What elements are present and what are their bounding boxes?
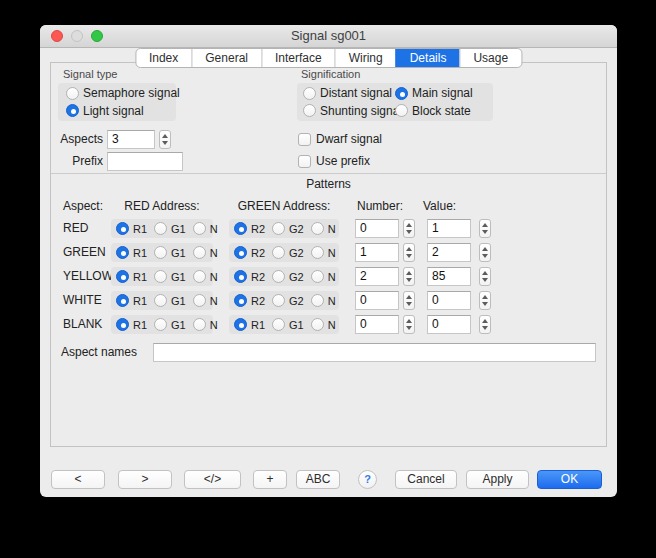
radio-option-r1[interactable]: R1 [234,318,265,331]
radio-icon[interactable] [272,294,285,307]
value-field[interactable]: 2 [427,243,471,262]
radio-icon[interactable] [234,318,247,331]
add-button[interactable]: + [253,470,287,489]
tab-interface[interactable]: Interface [261,49,335,67]
radio-icon[interactable] [311,246,324,259]
radio-option-r1[interactable]: R1 [116,246,147,259]
radio-option-g1[interactable]: G1 [154,246,186,259]
radio-option-r2[interactable]: R2 [234,270,265,283]
radio-option-distant-signal[interactable]: Distant signal [303,86,391,100]
aspects-field[interactable]: 3 [107,130,155,149]
abc-button[interactable]: ABC [296,470,340,489]
radio-icon[interactable] [272,270,285,283]
radio-option-n[interactable]: N [311,270,336,283]
radio-option-g2[interactable]: G2 [272,246,304,259]
radio-option-main-signal[interactable]: Main signal [395,86,487,100]
number-field[interactable]: 1 [355,243,399,262]
radio-option-block-state[interactable]: Block state [395,104,487,118]
number-stepper[interactable] [403,219,415,238]
radio-icon[interactable] [154,246,167,259]
use-prefix-checkbox[interactable] [298,155,311,168]
radio-option-g1[interactable]: G1 [154,294,186,307]
radio-option-g2[interactable]: G2 [272,270,304,283]
radio-option-r1[interactable]: R1 [116,222,147,235]
radio-icon[interactable] [193,294,206,307]
radio-icon[interactable] [234,246,247,259]
aspect-names-field[interactable] [153,343,596,362]
radio-option-n[interactable]: N [311,294,336,307]
value-stepper[interactable] [479,315,491,334]
tab-wiring[interactable]: Wiring [335,49,396,67]
aspects-stepper[interactable] [159,130,171,149]
radio-option-n[interactable]: N [193,270,218,283]
prefix-field[interactable] [107,152,183,171]
radio-icon[interactable] [311,294,324,307]
radio-option-r1[interactable]: R1 [116,270,147,283]
radio-option-n[interactable]: N [193,294,218,307]
help-button[interactable]: ? [358,470,377,489]
radio-icon[interactable] [116,318,129,331]
radio-icon[interactable] [193,318,206,331]
radio-option-light-signal[interactable]: Light signal [66,104,168,118]
radio-option-g1[interactable]: G1 [154,222,186,235]
radio-option-n[interactable]: N [311,246,336,259]
value-stepper[interactable] [479,291,491,310]
value-field[interactable]: 0 [427,291,471,310]
radio-icon[interactable] [154,294,167,307]
radio-icon[interactable] [116,294,129,307]
radio-icon[interactable] [272,222,285,235]
ok-button[interactable]: OK [537,470,602,489]
number-stepper[interactable] [403,243,415,262]
apply-button[interactable]: Apply [466,470,529,489]
use-prefix-option[interactable]: Use prefix [298,154,370,168]
radio-option-n[interactable]: N [311,318,336,331]
radio-option-n[interactable]: N [193,318,218,331]
radio-icon[interactable] [234,294,247,307]
radio-option-r2[interactable]: R2 [234,222,265,235]
dwarf-signal-checkbox[interactable] [298,133,311,146]
radio-option-g1[interactable]: G1 [154,318,186,331]
number-stepper[interactable] [403,315,415,334]
radio-icon[interactable] [154,222,167,235]
tab-general[interactable]: General [191,49,261,67]
radio-icon[interactable] [193,270,206,283]
radio-icon[interactable] [66,104,79,117]
radio-icon[interactable] [311,222,324,235]
number-stepper[interactable] [403,291,415,310]
radio-icon[interactable] [234,270,247,283]
radio-icon[interactable] [116,270,129,283]
radio-icon[interactable] [154,270,167,283]
number-field[interactable]: 0 [355,219,399,238]
radio-icon[interactable] [272,318,285,331]
number-field[interactable]: 2 [355,267,399,286]
radio-option-r1[interactable]: R1 [116,294,147,307]
tab-usage[interactable]: Usage [459,49,521,67]
radio-icon[interactable] [303,87,316,100]
radio-icon[interactable] [66,87,79,100]
radio-option-r2[interactable]: R2 [234,294,265,307]
radio-icon[interactable] [193,246,206,259]
nav-prev-button[interactable]: < [51,470,105,489]
radio-icon[interactable] [311,318,324,331]
radio-option-g2[interactable]: G2 [272,222,304,235]
radio-icon[interactable] [234,222,247,235]
value-stepper[interactable] [479,219,491,238]
radio-option-g1[interactable]: G1 [154,270,186,283]
value-field[interactable]: 0 [427,315,471,334]
radio-option-n[interactable]: N [193,222,218,235]
number-stepper[interactable] [403,267,415,286]
tab-details[interactable]: Details [396,49,460,67]
radio-icon[interactable] [311,270,324,283]
radio-icon[interactable] [193,222,206,235]
number-field[interactable]: 0 [355,291,399,310]
radio-option-semaphore-signal[interactable]: Semaphore signal [66,86,168,100]
number-field[interactable]: 0 [355,315,399,334]
radio-icon[interactable] [395,104,408,117]
radio-option-n[interactable]: N [311,222,336,235]
value-stepper[interactable] [479,243,491,262]
radio-icon[interactable] [116,246,129,259]
dwarf-signal-option[interactable]: Dwarf signal [298,132,382,146]
value-field[interactable]: 85 [427,267,471,286]
nav-next-button[interactable]: > [118,470,172,489]
radio-icon[interactable] [116,222,129,235]
